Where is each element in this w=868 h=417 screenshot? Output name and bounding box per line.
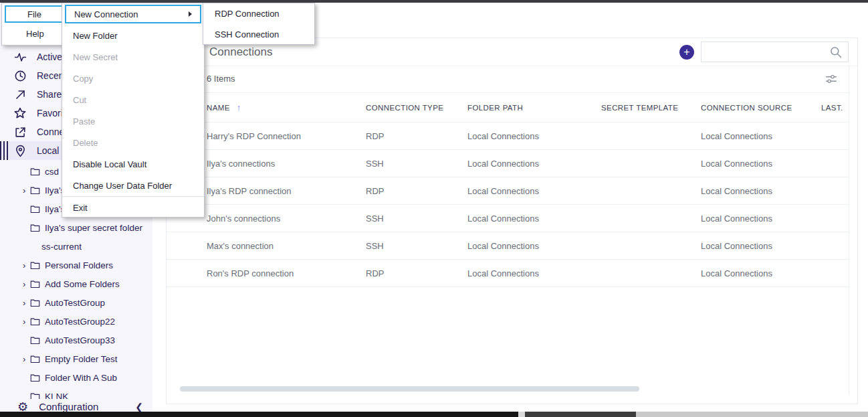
chevron-right-icon[interactable]: ›	[23, 261, 30, 270]
filter-sliders-icon[interactable]	[825, 73, 838, 85]
column-header-connection-type[interactable]: CONNECTION TYPE	[366, 104, 467, 112]
folder-icon	[30, 280, 40, 288]
menu-item-label: File	[27, 9, 41, 19]
menu-item-label: RDP Connection	[215, 9, 280, 19]
file-submenu: New Connection New Folder New Secret Cop…	[62, 3, 205, 218]
cell-name: Max's connection	[207, 241, 366, 251]
chevron-right-icon[interactable]: ›	[23, 317, 30, 326]
menu-item-label: Cut	[73, 95, 86, 105]
table-row[interactable]: Harry's RDP Connection RDP Local Connect…	[167, 122, 849, 150]
cell-folder-path: Local Connections	[467, 268, 601, 278]
table-row[interactable]: John's connections SSH Local Connections…	[167, 205, 849, 232]
chevron-right-icon[interactable]: ›	[23, 280, 30, 288]
chevron-right-icon[interactable]: ›	[23, 355, 30, 363]
table-row[interactable]: Ron's RDP connection RDP Local Connectio…	[167, 260, 849, 287]
table-row[interactable]: Ilya's connections SSH Local Connections…	[167, 150, 849, 177]
menu-item-label: Disable Local Vault	[73, 159, 146, 169]
menu-item-new-folder[interactable]: New Folder	[62, 25, 204, 46]
add-connection-button[interactable]: +	[679, 45, 694, 60]
column-header-name[interactable]: NAME↑	[207, 102, 366, 112]
horizontal-scrollbar[interactable]	[180, 386, 639, 392]
tree-item-label: ss-current	[41, 242, 82, 252]
tree-item[interactable]: › AutoTestGroup22	[0, 312, 152, 331]
menu-item-disable-local-vault[interactable]: Disable Local Vault	[62, 153, 204, 175]
folder-icon	[30, 261, 40, 270]
menu-item-label: Change User Data Folder	[73, 181, 172, 191]
menu-item-change-user-data-folder[interactable]: Change User Data Folder	[62, 175, 204, 196]
submenu-arrow-icon	[189, 11, 192, 17]
menu-item-paste: Paste	[62, 110, 204, 132]
tree-item[interactable]: › Add Some Folders	[0, 274, 152, 293]
tree-item[interactable]: Folder With A Sub	[0, 368, 152, 387]
items-count-row: 6 Items	[167, 66, 849, 93]
taskbar-segment	[0, 412, 518, 417]
menu-item-label: Paste	[73, 116, 95, 127]
cell-connection-source: Local Connections	[701, 186, 821, 196]
page-title: Connections	[209, 46, 273, 59]
menu-item-label: Help	[26, 29, 44, 39]
column-header-last[interactable]: LAST.	[821, 104, 849, 112]
configuration-bar[interactable]: ⚙ Configuration ❮	[0, 399, 152, 412]
cell-name: Harry's RDP Connection	[207, 131, 366, 141]
column-header-folder-path[interactable]: FOLDER PATH	[467, 104, 601, 112]
search-input[interactable]	[706, 44, 829, 61]
menu-item-label: New Connection	[74, 9, 138, 19]
arrow-up-right-icon	[13, 88, 27, 101]
tree-item-label: AutoTestGroup	[45, 298, 105, 308]
cell-connection-type: RDP	[366, 268, 467, 278]
chevron-right-icon[interactable]: ›	[23, 299, 30, 307]
column-header-secret-template[interactable]: SECRET TEMPLATE	[601, 104, 701, 112]
search-icon[interactable]	[829, 46, 843, 59]
folder-icon	[30, 205, 40, 214]
folder-icon	[30, 336, 40, 345]
column-header-connection-source[interactable]: CONNECTION SOURCE	[701, 104, 821, 112]
menu-item-label: Exit	[73, 203, 88, 213]
table-header-row: NAME↑ CONNECTION TYPE FOLDER PATH SECRET…	[167, 93, 849, 122]
tree-item[interactable]: › Personal Folders	[0, 256, 152, 274]
folder-icon	[30, 167, 40, 176]
menu-item-label: New Folder	[73, 31, 117, 41]
tree-item-label: Folder With A Sub	[45, 373, 117, 383]
cell-folder-path: Local Connections	[467, 186, 601, 196]
sort-ascending-icon[interactable]: ↑	[237, 102, 241, 112]
tree-item[interactable]: › AutoTestGroup	[0, 293, 152, 312]
menu-item-delete: Delete	[62, 132, 204, 153]
menu-item-exit[interactable]: Exit	[62, 197, 204, 218]
star-icon	[13, 106, 27, 120]
menu-item-label: New Secret	[73, 52, 118, 62]
taskbar-segment	[636, 412, 868, 417]
search-box	[701, 41, 849, 62]
tree-item[interactable]: Ilya's super secret folder	[0, 218, 152, 237]
sidebar-item-label: Active	[37, 52, 62, 62]
folder-icon	[30, 299, 40, 307]
tree-item-label: Personal Folders	[45, 260, 113, 270]
folder-icon	[30, 373, 40, 382]
configuration-label: Configuration	[39, 401, 98, 412]
cell-name: Ilya's RDP connection	[207, 186, 366, 196]
folder-icon	[30, 224, 40, 232]
collapse-sidebar-icon[interactable]: ❮	[135, 402, 143, 412]
cell-connection-source: Local Connections	[701, 159, 821, 169]
cell-name: Ron's RDP connection	[207, 268, 366, 278]
connections-table: 6 Items NAME↑ CONNECTION TYPE FOLDER PAT…	[167, 66, 849, 394]
cell-connection-type: RDP	[366, 131, 467, 141]
cell-folder-path: Local Connections	[467, 241, 601, 251]
table-row[interactable]: Max's connection SSH Local Connections L…	[167, 232, 849, 260]
menu-item-ssh-connection[interactable]: SSH Connection	[203, 24, 314, 45]
tree-item[interactable]: AutoTestGroup33	[0, 331, 152, 349]
chevron-right-icon[interactable]: ›	[23, 186, 30, 195]
cell-name: John's connections	[207, 214, 366, 224]
new-connection-submenu: RDP Connection SSH Connection	[203, 3, 315, 45]
cell-connection-type: SSH	[366, 214, 467, 224]
tree-item[interactable]: › Empty Folder Test	[0, 349, 152, 368]
menu-item-rdp-connection[interactable]: RDP Connection	[203, 3, 314, 24]
menu-item-cut: Cut	[62, 89, 204, 110]
cell-connection-type: RDP	[366, 186, 467, 196]
menu-item-new-connection[interactable]: New Connection	[65, 5, 201, 23]
cell-folder-path: Local Connections	[467, 131, 601, 141]
table-row[interactable]: Ilya's RDP connection RDP Local Connecti…	[167, 177, 849, 205]
items-count: 6 Items	[207, 74, 235, 84]
tree-item[interactable]: ss-current	[0, 237, 152, 256]
cell-connection-source: Local Connections	[701, 268, 821, 278]
tree-item-label: AutoTestGroup33	[45, 335, 115, 345]
